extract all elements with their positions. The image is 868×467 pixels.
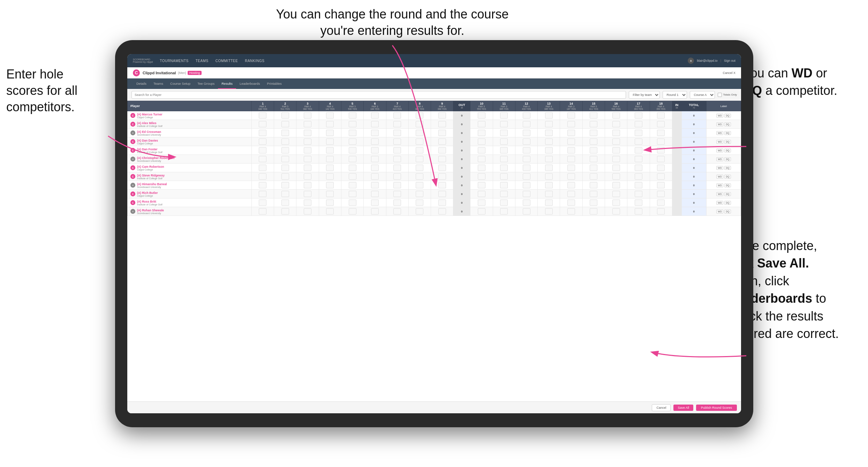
tab-printables[interactable]: Printables (264, 78, 285, 89)
score-input-hole-12[interactable] (523, 121, 530, 127)
score-input-hole-1[interactable] (259, 173, 266, 180)
hole-16-score[interactable] (605, 164, 627, 172)
hole-8-score[interactable] (408, 146, 431, 155)
score-input-hole-8[interactable] (416, 138, 423, 145)
hole-14-score[interactable] (560, 198, 582, 207)
hole-6-score[interactable] (364, 181, 386, 190)
hole-4-score[interactable] (319, 164, 341, 172)
score-input-hole-2[interactable] (281, 199, 289, 206)
score-input-hole-17[interactable] (635, 138, 642, 145)
score-input-hole-2[interactable] (281, 191, 289, 197)
hole-7-score[interactable] (386, 190, 408, 198)
hole-16-score[interactable] (605, 172, 627, 181)
hole-7-score[interactable] (386, 181, 408, 190)
hole-3-score[interactable] (296, 172, 319, 181)
hole-18-score[interactable] (650, 172, 672, 181)
score-input-hole-5[interactable] (349, 138, 356, 145)
hole-3-score[interactable] (296, 198, 319, 207)
hole-7-score[interactable] (386, 172, 408, 181)
score-input-hole-4[interactable] (326, 138, 334, 145)
score-input-hole-5[interactable] (349, 112, 356, 119)
hole-14-score[interactable] (560, 146, 582, 155)
hole-4-score[interactable] (319, 207, 341, 216)
hole-11-score[interactable] (493, 181, 515, 190)
hole-10-score[interactable] (470, 190, 493, 198)
score-input-hole-10[interactable] (478, 182, 485, 188)
score-input-hole-8[interactable] (416, 199, 423, 206)
score-input-hole-15[interactable] (590, 182, 597, 188)
score-input-hole-1[interactable] (259, 208, 266, 214)
score-input-hole-18[interactable] (657, 138, 665, 145)
score-input-hole-15[interactable] (590, 191, 597, 197)
hole-8-score[interactable] (408, 164, 431, 172)
score-input-hole-4[interactable] (326, 208, 334, 214)
score-input-hole-7[interactable] (393, 208, 401, 214)
score-input-hole-7[interactable] (393, 121, 401, 127)
hole-16-score[interactable] (605, 137, 627, 146)
hole-13-score[interactable] (538, 172, 560, 181)
score-input-hole-10[interactable] (478, 173, 485, 180)
score-input-hole-16[interactable] (612, 191, 620, 197)
score-input-hole-3[interactable] (304, 130, 311, 136)
hole-7-score[interactable] (386, 137, 408, 146)
score-input-hole-14[interactable] (567, 173, 575, 180)
score-input-hole-13[interactable] (545, 156, 553, 162)
hole-3-score[interactable] (296, 120, 319, 129)
score-input-hole-12[interactable] (523, 147, 530, 153)
hole-8-score[interactable] (408, 129, 431, 137)
hole-9-score[interactable] (431, 111, 453, 120)
hole-5-score[interactable] (341, 207, 363, 216)
score-input-hole-4[interactable] (326, 121, 334, 127)
score-input-hole-11[interactable] (500, 121, 508, 127)
score-input-hole-18[interactable] (657, 182, 665, 188)
score-input-hole-16[interactable] (612, 121, 620, 127)
score-input-hole-16[interactable] (612, 165, 620, 171)
hole-1-score[interactable] (251, 146, 274, 155)
hole-10-score[interactable] (470, 198, 493, 207)
score-input-hole-6[interactable] (371, 130, 379, 136)
wd-button[interactable]: WD (716, 157, 723, 161)
hole-4-score[interactable] (319, 172, 341, 181)
hole-2-score[interactable] (274, 111, 296, 120)
score-input-hole-9[interactable] (438, 182, 446, 188)
score-input-hole-4[interactable] (326, 165, 334, 171)
score-input-hole-2[interactable] (281, 121, 289, 127)
score-input-hole-10[interactable] (478, 208, 485, 214)
hole-12-score[interactable] (515, 146, 537, 155)
hole-15-score[interactable] (582, 181, 605, 190)
score-input-hole-18[interactable] (657, 112, 665, 119)
hole-9-score[interactable] (431, 164, 453, 172)
score-input-hole-9[interactable] (438, 130, 446, 136)
hole-10-score[interactable] (470, 172, 493, 181)
score-input-hole-16[interactable] (612, 147, 620, 153)
score-input-hole-14[interactable] (567, 156, 575, 162)
score-input-hole-18[interactable] (657, 147, 665, 153)
score-input-hole-12[interactable] (523, 182, 530, 188)
hole-5-score[interactable] (341, 181, 363, 190)
search-input[interactable] (131, 91, 626, 99)
hole-18-score[interactable] (650, 181, 672, 190)
score-input-hole-10[interactable] (478, 156, 485, 162)
score-input-hole-16[interactable] (612, 208, 620, 214)
score-input-hole-4[interactable] (326, 112, 334, 119)
hole-4-score[interactable] (319, 190, 341, 198)
score-input-hole-8[interactable] (416, 112, 423, 119)
hole-16-score[interactable] (605, 155, 627, 164)
hole-9-score[interactable] (431, 181, 453, 190)
score-input-hole-12[interactable] (523, 112, 530, 119)
score-input-hole-4[interactable] (326, 173, 334, 180)
hole-4-score[interactable] (319, 198, 341, 207)
score-input-hole-14[interactable] (567, 138, 575, 145)
hole-3-score[interactable] (296, 137, 319, 146)
hole-9-score[interactable] (431, 172, 453, 181)
hole-14-score[interactable] (560, 164, 582, 172)
score-input-hole-10[interactable] (478, 191, 485, 197)
score-input-hole-2[interactable] (281, 112, 289, 119)
hole-1-score[interactable] (251, 172, 274, 181)
score-input-hole-11[interactable] (500, 147, 508, 153)
score-input-hole-12[interactable] (523, 138, 530, 145)
score-input-hole-7[interactable] (393, 191, 401, 197)
score-input-hole-16[interactable] (612, 156, 620, 162)
score-input-hole-4[interactable] (326, 191, 334, 197)
hole-18-score[interactable] (650, 164, 672, 172)
